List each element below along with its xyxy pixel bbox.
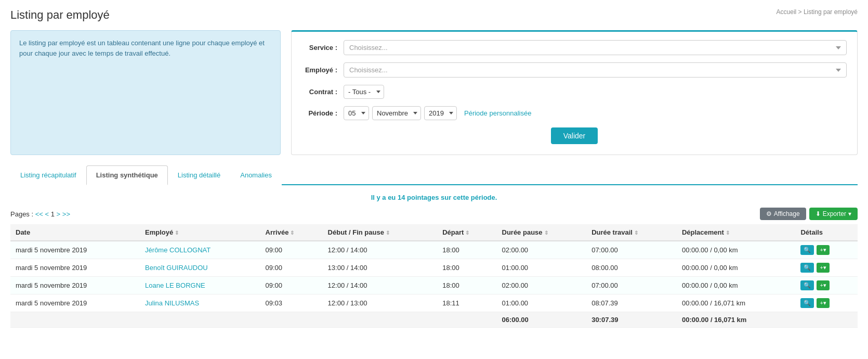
action-buttons: 🔍 +▾ bbox=[800, 263, 852, 273]
gear-icon bbox=[766, 210, 772, 217]
cell-debut-fin-pause: 13:00 / 14:00 bbox=[323, 259, 438, 277]
col-debut-fin-pause[interactable]: Début / Fin pause⇕ bbox=[323, 224, 438, 241]
employe-label: Employé : bbox=[302, 66, 344, 74]
table-header: Date Employé⇕ Arrivée⇕ Début / Fin pause… bbox=[10, 224, 858, 241]
tab-anomalies[interactable]: Anomalies bbox=[230, 165, 282, 185]
table-footer-row: 06:00.00 30:07.39 00:00.00 / 16,071 km bbox=[10, 312, 858, 328]
detail-view-button[interactable]: 🔍 bbox=[800, 280, 814, 290]
col-arrivee[interactable]: Arrivée⇕ bbox=[260, 224, 323, 241]
info-box-text: Le listing par employé est un tableau co… bbox=[19, 39, 265, 57]
tabs-bar: Listing récapitulatif Listing synthétiqu… bbox=[10, 165, 858, 185]
periode-year-select[interactable]: 2019 bbox=[424, 106, 457, 120]
footer-duree-pause: 06:00.00 bbox=[497, 312, 587, 328]
contrat-filter-row: Contrat : - Tous - bbox=[302, 85, 847, 99]
employe-select[interactable]: Choisissez... bbox=[344, 62, 847, 78]
table-body: mardi 5 novembre 2019 Jérôme COLLOGNAT 0… bbox=[10, 241, 858, 328]
detail-view-button[interactable]: 🔍 bbox=[800, 263, 814, 273]
service-label: Service : bbox=[302, 44, 344, 52]
cell-debut-fin-pause: 12:00 / 14:00 bbox=[323, 277, 438, 294]
page-title: Listing par employé bbox=[10, 8, 110, 22]
exporter-caret: ▾ bbox=[848, 210, 851, 217]
cell-details: 🔍 +▾ bbox=[795, 294, 858, 312]
contrat-label: Contrat : bbox=[302, 88, 344, 96]
table-row: mardi 5 novembre 2019 Loane LE BORGNE 09… bbox=[10, 277, 858, 294]
sort-pause-icon: ⇕ bbox=[386, 230, 390, 236]
cell-deplacement: 00:00.00 / 0,00 km bbox=[677, 241, 796, 259]
cell-depart: 18:00 bbox=[437, 277, 496, 294]
detail-view-button[interactable]: 🔍 bbox=[800, 298, 814, 308]
cell-duree-travail: 08:07.39 bbox=[586, 294, 677, 312]
sort-deplacement-icon: ⇕ bbox=[726, 230, 730, 236]
tab-detaille[interactable]: Listing détaillé bbox=[168, 165, 230, 185]
periode-month-select[interactable]: Novembre bbox=[372, 106, 421, 120]
cell-details: 🔍 +▾ bbox=[795, 241, 858, 259]
cell-duree-pause: 02:00.00 bbox=[497, 241, 587, 259]
page-first-link[interactable]: << bbox=[35, 210, 43, 218]
employee-link[interactable]: Benoît GUIRAUDOU bbox=[145, 264, 208, 272]
table-controls: Pages : << < 1 > >> Affichage Exporter ▾ bbox=[10, 208, 858, 220]
cell-deplacement: 00:00.00 / 16,071 km bbox=[677, 294, 796, 312]
periode-filter-row: Période : 05 Novembre 2019 Période perso… bbox=[302, 106, 847, 120]
table-row: mardi 5 novembre 2019 Jérôme COLLOGNAT 0… bbox=[10, 241, 858, 259]
action-buttons: 🔍 +▾ bbox=[800, 298, 852, 308]
download-icon bbox=[816, 210, 821, 217]
cell-employe: Jérôme COLLOGNAT bbox=[140, 241, 260, 259]
col-depart[interactable]: Départ⇕ bbox=[437, 224, 496, 241]
tab-synthetique[interactable]: Listing synthétique bbox=[86, 165, 168, 185]
cell-duree-travail: 08:00.00 bbox=[586, 259, 677, 277]
exporter-label: Exporter bbox=[823, 210, 846, 217]
periode-day-select[interactable]: 05 bbox=[344, 106, 369, 120]
cell-details: 🔍 +▾ bbox=[795, 277, 858, 294]
detail-plus-button[interactable]: +▾ bbox=[817, 280, 829, 290]
footer-deplacement: 00:00.00 / 16,071 km bbox=[677, 312, 796, 328]
employee-link[interactable]: Loane LE BORGNE bbox=[145, 281, 205, 289]
sort-duree-pause-icon: ⇕ bbox=[544, 230, 548, 236]
service-select[interactable]: Choisissez... bbox=[344, 40, 847, 55]
employee-link[interactable]: Jérôme COLLOGNAT bbox=[145, 246, 211, 254]
page-next-link[interactable]: > bbox=[57, 210, 61, 218]
detail-plus-button[interactable]: +▾ bbox=[817, 298, 829, 308]
periode-personnalisee-link[interactable]: Période personnalisée bbox=[464, 109, 531, 117]
col-details: Détails bbox=[795, 224, 858, 241]
action-buttons: 🔍 +▾ bbox=[800, 280, 852, 290]
col-duree-travail[interactable]: Durée travail⇕ bbox=[586, 224, 677, 241]
affichage-label: Affichage bbox=[774, 210, 800, 217]
detail-plus-button[interactable]: +▾ bbox=[817, 245, 829, 255]
validate-button[interactable]: Valider bbox=[551, 127, 598, 144]
footer-empty bbox=[10, 312, 497, 328]
service-filter-row: Service : Choisissez... bbox=[302, 40, 847, 55]
cell-depart: 18:11 bbox=[437, 294, 496, 312]
cell-arrivee: 09:00 bbox=[260, 241, 323, 259]
detail-plus-button[interactable]: +▾ bbox=[817, 263, 829, 273]
col-deplacement[interactable]: Déplacement⇕ bbox=[677, 224, 796, 241]
detail-view-button[interactable]: 🔍 bbox=[800, 245, 814, 255]
table-row: mardi 5 novembre 2019 Benoît GUIRAUDOU 0… bbox=[10, 259, 858, 277]
page-last-link[interactable]: >> bbox=[62, 210, 70, 218]
employee-link[interactable]: Julina NILUSMAS bbox=[145, 299, 199, 307]
cell-date: mardi 5 novembre 2019 bbox=[10, 294, 140, 312]
tab-recapitulatif[interactable]: Listing récapitulatif bbox=[10, 165, 86, 185]
cell-date: mardi 5 novembre 2019 bbox=[10, 277, 140, 294]
cell-duree-travail: 07:00.00 bbox=[586, 241, 677, 259]
cell-deplacement: 00:00.00 / 0,00 km bbox=[677, 259, 796, 277]
periode-label: Période : bbox=[302, 109, 344, 117]
main-table: Date Employé⇕ Arrivée⇕ Début / Fin pause… bbox=[10, 224, 858, 328]
breadcrumb: Accueil > Listing par employé bbox=[777, 8, 858, 16]
filter-panel: Service : Choisissez... Employé : Choisi… bbox=[291, 30, 858, 155]
col-employe[interactable]: Employé⇕ bbox=[140, 224, 260, 241]
affichage-button[interactable]: Affichage bbox=[760, 208, 806, 220]
cell-duree-pause: 01:00.00 bbox=[497, 294, 587, 312]
cell-duree-pause: 02:00.00 bbox=[497, 277, 587, 294]
col-duree-pause[interactable]: Durée pause⇕ bbox=[497, 224, 587, 241]
cell-arrivee: 09:03 bbox=[260, 294, 323, 312]
exporter-button[interactable]: Exporter ▾ bbox=[809, 208, 858, 220]
sort-arrivee-icon: ⇕ bbox=[290, 230, 294, 236]
contrat-select[interactable]: - Tous - bbox=[344, 85, 384, 99]
sort-employe-icon: ⇕ bbox=[175, 230, 179, 236]
cell-debut-fin-pause: 12:00 / 14:00 bbox=[323, 241, 438, 259]
cell-duree-travail: 07:00.00 bbox=[586, 277, 677, 294]
footer-actions bbox=[795, 312, 858, 328]
page-prev-link[interactable]: < bbox=[45, 210, 49, 218]
cell-employe: Loane LE BORGNE bbox=[140, 277, 260, 294]
pages-text: Pages : << < 1 > >> bbox=[10, 210, 70, 218]
